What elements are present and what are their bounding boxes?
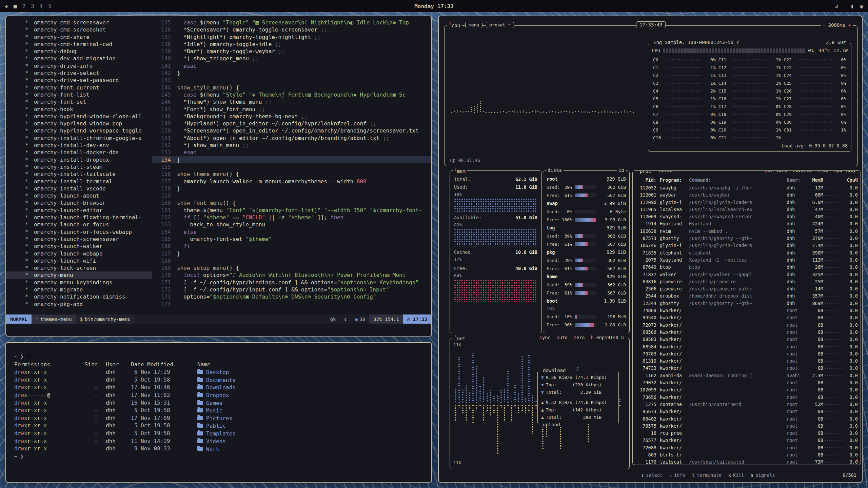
file-item[interactable]: *omarchy-launch-floating-terminal- [6,214,152,221]
footer-key-label[interactable]: signals [756,472,775,478]
command-line[interactable] [6,324,431,336]
proc-header-row[interactable]: Pid: Program: Command: User: MemB Cpu% [635,176,858,184]
file-item[interactable]: *omarchy-install-terminal [6,178,152,185]
code-line[interactable]: 171 [ -f ~/.config/hypr/bindings.conf ] … [152,279,431,286]
file-item[interactable]: *omarchy-menu [6,271,152,279]
file-item[interactable]: *omarchy-pkg-add [6,301,152,308]
file-item[interactable]: *omarchy-launch-or-focus-webapp [6,228,152,236]
file-item[interactable]: *omarchy-install-chromium-google-a [6,135,152,142]
file-item[interactable]: *omarchy-cmd-terminal-cwd [6,41,152,48]
code-line[interactable]: 150 *Screensaver*) open_in_editor ~/.con… [152,127,431,134]
process-row[interactable]: 12244ghostty/usr/bin/ghostty --gtk-dhh86… [635,300,858,307]
code-line[interactable]: 163 back_to show_style_menu [152,221,431,228]
code-line[interactable]: 140 *) show_trigger_menu ;; [152,55,431,62]
code-line[interactable]: 145 case $(menu "Style" "◈ Theme\nƒ Font… [152,91,431,98]
file-item[interactable]: *omarchy-cmd-screenshot [6,26,152,33]
process-row[interactable]: 2075XwaylandXwayland :1 -rootless -dhh11… [635,257,858,264]
process-row[interactable]: 73656kworker/root0B0.0 [635,394,858,401]
footer-key-label[interactable]: Kill [733,472,744,478]
cpu-box-title[interactable]: 1cpu [447,22,462,28]
git-branch[interactable]: ᛘthemes-menu [32,314,76,324]
preset-button[interactable]: preset * [486,22,514,28]
process-row[interactable]: 71835elephantelephantdhh390M0.0 [635,249,858,257]
code-line[interactable]: 143 [152,77,431,84]
process-row[interactable]: 106746glycin-i/usr/lib/glycin-loadersdhh… [635,242,858,249]
file-item[interactable]: *omarchy-font-list [6,91,152,98]
code-line[interactable]: 149 *Hyprland*) open_in_editor ~/.config… [152,120,431,127]
shell-prompt-line-2[interactable]: ~ ❯ [14,453,423,461]
process-row[interactable]: 74733kworker/root0B0.0 [635,365,858,372]
power-icon[interactable]: ◉ [860,3,863,9]
file-item[interactable]: *omarchy-menu-keybindings [6,279,152,286]
proc-scroll-up-icon[interactable]: ↑ [856,176,859,181]
process-row[interactable]: 63816pipewire/usr/bin/pipewiredhh25M0.0 [635,278,858,285]
net-tab-auto[interactable]: auto [555,335,569,340]
net-box-title[interactable]: 3net [453,335,467,341]
terminal-window[interactable]: ~ ❯ ls Permissions Size User Date Modifi… [5,342,432,483]
file-item[interactable]: *omarchy-install-tailscale [6,170,152,178]
file-item[interactable]: *omarchy-font-set [6,98,152,105]
process-row[interactable]: 68583kworker/root0B0.0 [635,336,858,343]
file-item[interactable]: *omarchy-install-dev-env [6,142,152,149]
process-row[interactable]: 94540kworker/root0B0.0 [635,314,858,321]
process-row[interactable]: 68584kworker/root0B0.0 [635,343,858,350]
net-tab-sync[interactable]: sync [538,335,552,340]
process-row[interactable]: 111965localsea/usr/lib/localsearch-exdhh… [635,206,858,213]
file-item[interactable]: *omarchy-install-steam [6,163,152,170]
battery-icon[interactable]: ▮ [851,3,854,9]
file-item[interactable]: *omarchy-cmd-screensaver [6,19,152,26]
proc-tab-reverse[interactable]: reverse [791,170,813,173]
process-row[interactable]: 1914HyprlandHyprlanddhh424M0.0 [635,220,858,227]
file-item[interactable]: *omarchy-launch-walker [6,243,152,250]
footer-key-icon[interactable]: ↵ [669,472,672,478]
code-line[interactable]: 161 theme=$(menu "Font" "$(omarchy-font-… [152,207,431,214]
process-row[interactable]: 87573ghostty/usr/bin/ghostty --gtk-dhh37… [635,235,858,242]
process-row[interactable]: 112061waybar/usr/bin/waybardhh68M0.0 [635,191,858,199]
process-row[interactable]: 72073kworker/root0B0.0 [635,322,858,329]
process-row[interactable]: 1162avahi-daavahi-daemon: running [avahi… [635,372,858,379]
code-line[interactable]: 160show_font_menu() { [152,199,431,206]
file-item[interactable]: *omarchy-hyprland-workspace-toggle [6,127,152,134]
footer-key-label[interactable]: info [674,472,685,478]
code-line[interactable]: 167} [152,250,431,257]
process-row[interactable]: 102099kworker/root0B0.0 [635,386,858,393]
code-line[interactable]: 172 [ -f ~/.config/hypr/input.conf ] && … [152,286,431,293]
code-line[interactable]: 152 *) show_main_menu ;; [152,142,431,149]
footer-key-icon[interactable]: t [692,472,695,478]
footer-key-icon[interactable]: s [751,472,754,478]
process-row[interactable]: 2544dropbox/home/dhh/.dropbox-distdhh357… [635,292,858,300]
disks-box-title[interactable]: disks [546,167,564,173]
code-line[interactable]: 142} [152,69,431,77]
proc-scroll-down-icon[interactable]: ↓ [856,458,859,463]
process-row[interactable]: 74869kworker/root0B0.0 [635,307,858,314]
footer-key-icon[interactable]: k [728,472,731,478]
file-item[interactable]: *omarchy-drive-info [6,62,152,69]
update-interval[interactable]: - 2000ms + [821,22,853,28]
code-line[interactable]: 174 [152,301,431,308]
process-row[interactable]: 81310kworker/root0B0.0 [635,358,858,365]
file-item[interactable]: *omarchy-drive-set-password [6,77,152,84]
footer-key-icon[interactable]: ↕ [641,472,644,478]
code-line[interactable]: 168 [152,257,431,264]
process-row[interactable]: 2506pipewire/usr/bin/pipewire-pulsedhh14… [635,285,858,292]
process-row[interactable]: 72088kworker/root0B0.0 [635,444,858,451]
code-line[interactable]: 135 case $(menu "Toggle" "▦ Screensaver\… [152,19,431,26]
code-line[interactable]: 137 *Nightlight*) omarchy-toggle-nightli… [152,34,431,41]
file-item[interactable]: *omarchy-launch-about [6,192,152,199]
code-line[interactable]: 173 options="$options\n▣ Defaults\n⊕ DNS… [152,293,431,300]
file-item[interactable]: *omarchy-debug [6,48,152,55]
proc-sort-selector[interactable]: cpu lazy [832,170,857,173]
process-row[interactable]: 112052swaybg/usr/bin/swaybg -i /homdhh12… [635,184,858,191]
code-line[interactable]: 144show_style_menu() { [152,84,431,91]
proc-tab-tree[interactable]: tree [816,170,830,173]
process-row[interactable]: 112090glycin-i/usr/lib/glycin-loadersdhh… [635,199,858,206]
file-item[interactable]: *omarchy-launch-wifi [6,257,152,264]
file-item[interactable]: *omarchy-hyprland-window-close-all [6,113,152,120]
process-row[interactable]: 1170tailscal/usr/sbin/tailscaled --root7… [635,459,858,465]
file-item[interactable]: *omarchy-install-docker-dbs [6,149,152,156]
net-interface-switcher[interactable]: b enp191s0 n [589,335,625,340]
proc-box-title[interactable]: 4proc [635,170,653,174]
disks-io-toggle[interactable]: io [617,167,626,173]
code-line[interactable]: 151 *About*) open_in_editor ~/.config/om… [152,135,431,142]
current-file[interactable]: $bin/omarchy-menu [76,314,135,324]
